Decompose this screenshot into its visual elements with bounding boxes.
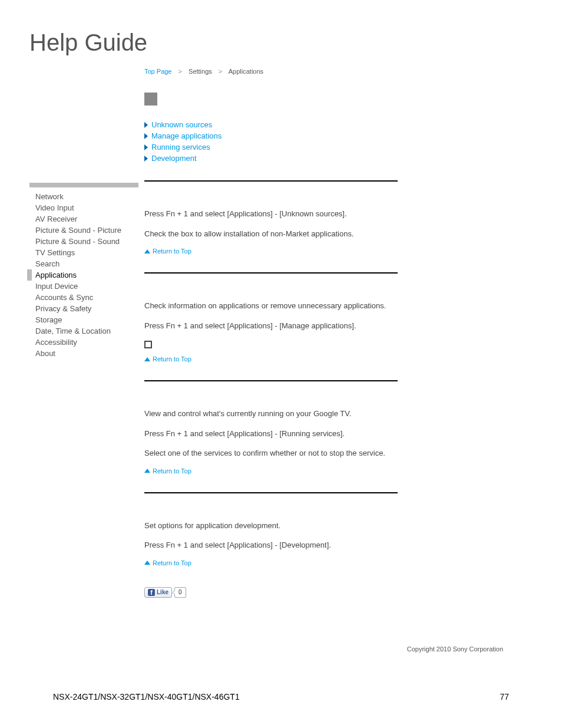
sidebar: NetworkVideo InputAV ReceiverPicture & S…	[29, 183, 138, 598]
footer-page-number: 77	[500, 692, 509, 701]
sidebar-item-accessibility[interactable]: Accessibility	[29, 337, 138, 348]
sidebar-item-video-input[interactable]: Video Input	[29, 202, 138, 213]
breadcrumb-separator: >	[178, 68, 182, 75]
sidebar-item-picture-sound-picture[interactable]: Picture & Sound - Picture	[29, 225, 138, 236]
toc-label: Manage applications	[151, 131, 222, 140]
toc-label: Development	[151, 154, 197, 163]
body-text: Press Fn + 1 and select [Applications] -…	[144, 428, 533, 440]
breadcrumb-top-page[interactable]: Top Page	[144, 68, 171, 75]
sidebar-item-tv-settings[interactable]: TV Settings	[29, 247, 138, 258]
section-divider	[144, 180, 398, 182]
return-to-top-link[interactable]: Return to Top	[144, 467, 533, 475]
sidebar-item-applications[interactable]: Applications	[29, 269, 138, 281]
return-to-top-link[interactable]: Return to Top	[144, 355, 533, 363]
body-text: Press Fn + 1 and select [Applications] -…	[144, 320, 533, 332]
chevron-right-icon	[144, 122, 148, 128]
section-divider	[144, 380, 398, 381]
body-text: Press Fn + 1 and select [Applications] -…	[144, 539, 533, 551]
like-count: 0	[174, 587, 186, 598]
return-to-top-label: Return to Top	[153, 248, 191, 255]
breadcrumb-settings: Settings	[189, 68, 212, 75]
like-widget: f Like 0	[144, 587, 533, 598]
main-content: Top Page > Settings > Applications Unkno…	[138, 68, 533, 598]
return-to-top-label: Return to Top	[153, 467, 191, 475]
arrow-up-icon	[144, 561, 150, 565]
body-text: Press Fn + 1 and select [Applications] -…	[144, 208, 533, 220]
like-label: Like	[157, 589, 168, 595]
like-button[interactable]: f Like	[144, 587, 172, 598]
return-to-top-link[interactable]: Return to Top	[144, 248, 533, 255]
section-icon-placeholder	[144, 93, 157, 106]
sidebar-item-about[interactable]: About	[29, 348, 138, 359]
checkbox-icon	[144, 341, 152, 348]
toc-link-manage-applications[interactable]: Manage applications	[144, 131, 533, 140]
sidebar-item-search[interactable]: Search	[29, 258, 138, 269]
sidebar-item-av-receiver[interactable]: AV Receiver	[29, 213, 138, 225]
return-to-top-label: Return to Top	[153, 355, 191, 363]
chevron-right-icon	[144, 133, 148, 139]
section-divider	[144, 492, 398, 493]
page-footer: NSX-24GT1/NSX-32GT1/NSX-40GT1/NSX-46GT1 …	[0, 692, 562, 701]
breadcrumb-separator: >	[219, 68, 222, 75]
body-text: Select one of the services to confirm wh…	[144, 447, 533, 459]
sidebar-item-privacy-safety[interactable]: Privacy & Safety	[29, 303, 138, 314]
page-title: Help Guide	[0, 0, 562, 68]
return-to-top-label: Return to Top	[153, 559, 191, 566]
arrow-up-icon	[144, 249, 150, 253]
sidebar-item-date-time-location[interactable]: Date, Time & Location	[29, 325, 138, 337]
copyright-text: Copyright 2010 Sony Corporation	[407, 645, 503, 653]
arrow-up-icon	[144, 357, 150, 361]
sidebar-item-picture-sound-sound[interactable]: Picture & Sound - Sound	[29, 236, 138, 247]
like-count-value: 0	[178, 589, 182, 595]
sidebar-item-network[interactable]: Network	[29, 191, 138, 202]
sidebar-item-storage[interactable]: Storage	[29, 314, 138, 325]
breadcrumb-applications: Applications	[229, 68, 263, 75]
breadcrumb: Top Page > Settings > Applications	[144, 68, 533, 75]
chevron-right-icon	[144, 156, 148, 162]
body-text: View and control what's currently runnin…	[144, 408, 533, 420]
toc-label: Running services	[151, 143, 210, 151]
body-text: Check information on applications or rem…	[144, 300, 533, 312]
sidebar-item-accounts-sync[interactable]: Accounts & Sync	[29, 292, 138, 303]
body-text: Check the box to allow installation of n…	[144, 228, 533, 240]
toc-label: Unknown sources	[151, 120, 212, 129]
sidebar-header-bar	[29, 183, 138, 187]
section-divider	[144, 272, 398, 274]
toc-link-unknown-sources[interactable]: Unknown sources	[144, 120, 533, 129]
body-text: Set options for application development.	[144, 520, 533, 532]
arrow-up-icon	[144, 469, 150, 473]
chevron-right-icon	[144, 144, 148, 150]
toc-link-development[interactable]: Development	[144, 154, 533, 163]
footer-model: NSX-24GT1/NSX-32GT1/NSX-40GT1/NSX-46GT1	[53, 692, 240, 701]
facebook-icon: f	[148, 589, 155, 596]
sidebar-item-input-device[interactable]: Input Device	[29, 281, 138, 292]
toc-link-running-services[interactable]: Running services	[144, 143, 533, 151]
return-to-top-link[interactable]: Return to Top	[144, 559, 533, 566]
